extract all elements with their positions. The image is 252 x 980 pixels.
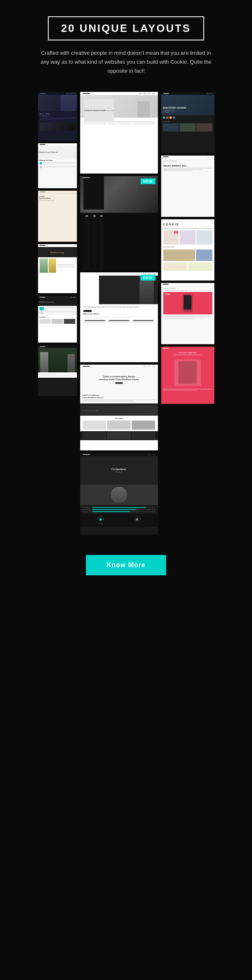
cta-row [83, 310, 155, 312]
layout-thumb-r4[interactable]: Show your imagination COOKIE – [161, 283, 214, 344]
layout-thumb-c4[interactable]: Cookie is a creative agency, develop eve… [80, 365, 158, 450]
brief-label: Brief Intro [116, 471, 122, 473]
nav-links [66, 93, 75, 94]
color-dot [169, 116, 172, 119]
logo [163, 156, 169, 157]
designer-mock: I'm Designer Brief Intro [80, 453, 158, 535]
page-wrapper: 20 UNIQUE LAYOUTS Crafted with creative … [0, 0, 252, 596]
logo [40, 93, 45, 94]
layout-thumb-r1[interactable]: DISCOVER COOKIE Design Agency based on C… [161, 92, 214, 153]
know-more-button[interactable]: Know More [86, 555, 166, 575]
line [163, 169, 202, 170]
discover-title: DISCOVER COOKIE [163, 107, 187, 109]
item-img [40, 307, 44, 310]
line [163, 318, 193, 319]
hero-title: Cookie is a creative agency, develop [103, 376, 135, 378]
left-column: Since – 2014, We Craft Themes Solution f… [38, 92, 77, 535]
stats-bar: 28 Photography 48 Styling 48 Branding [80, 213, 158, 270]
content: Show your imagination COOKIE – [161, 286, 214, 323]
layout-thumb-c5[interactable]: I'm Designer Brief Intro [80, 453, 158, 535]
layout-thumb-l3[interactable]: Cookie Branding Studio Sharing our aweso… [38, 191, 77, 242]
logo-area: COOKIE [161, 222, 214, 227]
logo [83, 93, 90, 94]
dark-theme-mock: Since – 2014, We Craft Themes [38, 92, 77, 141]
divider [83, 316, 155, 316]
layout-thumb-l6[interactable] [38, 345, 77, 396]
skill-row [83, 507, 155, 508]
skills-list [83, 507, 155, 512]
item-icon [40, 162, 42, 165]
primary-btn[interactable] [83, 310, 92, 312]
layout-thumb-r2[interactable]: Adaptive Design ✦ AWARD WINNING DES... M… [161, 156, 214, 217]
layout-thumb-r3[interactable]: COOKIE 10% Brand New Window [161, 219, 214, 281]
header-section: 20 UNIQUE LAYOUTS Crafted with creative … [0, 0, 252, 84]
line [45, 312, 75, 313]
item-text [109, 322, 129, 323]
boxes-section [161, 358, 214, 387]
brand-name: Balancing [51, 251, 64, 254]
content [38, 306, 77, 316]
nav-links [139, 93, 155, 94]
layout-thumb-l5[interactable]: A WordPress theme for you [38, 296, 77, 343]
item-icon [40, 166, 42, 168]
content-area: Adaptive Design ✦ AWARD WINNING DES... [161, 158, 214, 217]
layout-thumb-c1[interactable]: CREATIVE DESIGN STUDIO Creative Studio O… [80, 92, 158, 174]
hero-area: I'm Designer Brief Intro [80, 456, 158, 485]
logo [40, 346, 45, 347]
layout-thumb-c2[interactable]: NEW Cookie Made For You [80, 176, 158, 270]
skill-row [83, 511, 155, 512]
welcome-title: Welcome to Cookie [40, 160, 75, 161]
work-piece [180, 123, 196, 131]
nav-link [148, 274, 151, 274]
person-img [68, 354, 75, 372]
line [163, 316, 212, 317]
nav-link [143, 366, 146, 367]
promo-title: COOKIE – [165, 294, 172, 295]
coffee-bottom [80, 431, 158, 440]
nav-bar [38, 92, 77, 95]
works-section: Our Works [38, 316, 77, 325]
layout-thumb-r5[interactable]: Show your imagination [161, 347, 214, 404]
coffee-item [132, 432, 155, 439]
cta-btn[interactable] [115, 382, 123, 384]
features-row [83, 121, 155, 174]
provide-circle [134, 516, 140, 522]
provide-item: I Provide [98, 516, 104, 525]
agency-section: Cookie is the Agency, Create WordPress T… [80, 392, 158, 403]
layout-thumb-l4[interactable]: Balancing [38, 244, 77, 293]
team-title: Our Team [83, 417, 155, 419]
sale-badge: 10% [174, 231, 178, 234]
skill-label [83, 508, 91, 508]
divider [173, 354, 202, 355]
line [83, 399, 155, 400]
item-content [43, 163, 75, 164]
provide-inner [99, 518, 102, 521]
item-row [40, 311, 75, 314]
main-title: 20 UNIQUE LAYOUTS [61, 22, 191, 35]
our-works: Our Works [40, 316, 75, 318]
line [45, 311, 75, 312]
title-area: Cookie Branding Studio Sharing our aweso… [38, 194, 77, 242]
nav-link [148, 366, 151, 367]
wp-mock: A WordPress theme for you [38, 296, 77, 343]
team-section: Our Team [80, 416, 158, 431]
discover-mock: DISCOVER COOKIE Design Agency based on C… [161, 92, 214, 153]
layout-thumb-c3[interactable]: NEW Creative [80, 272, 158, 362]
product-img [49, 258, 56, 273]
hero-dark: A WordPress theme for you [38, 298, 77, 306]
hero-area: Balancing [38, 247, 77, 257]
layout-thumb-l2[interactable]: Solution for your Business Welcome to Co… [38, 143, 77, 188]
product-thumb [163, 263, 187, 271]
layout-thumb-l1[interactable]: Since – 2014, We Craft Themes [38, 92, 77, 141]
center-column: CREATIVE DESIGN STUDIO Creative Studio O… [80, 92, 158, 535]
menu-item [188, 228, 200, 229]
hero-image [137, 101, 150, 118]
content-area: Since – 2014, We Craft Themes [38, 111, 77, 122]
provide-item [134, 516, 140, 525]
grid-item [108, 319, 130, 324]
logo [163, 284, 169, 285]
line1 [43, 163, 75, 163]
hero-text: A WordPress theme for you [40, 301, 55, 303]
red-promo-area: COOKIE – [163, 292, 212, 314]
divider2 [40, 119, 65, 120]
